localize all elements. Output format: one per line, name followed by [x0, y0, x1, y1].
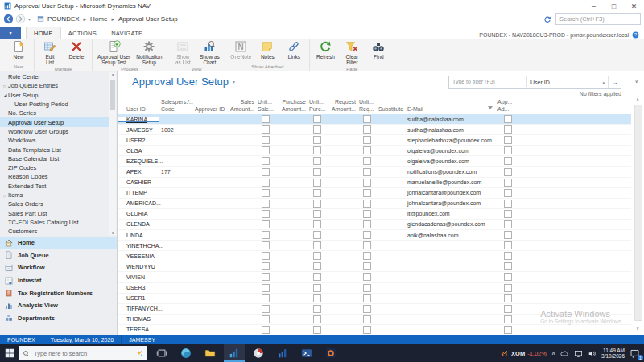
- scroll-down-icon[interactable]: ∨: [109, 230, 116, 235]
- unlimited-request-checkbox[interactable]: [363, 179, 371, 187]
- table-row[interactable]: GLORIAit@poundex.com: [118, 209, 631, 220]
- scroll-up-icon[interactable]: ∧: [633, 97, 642, 101]
- approval-admin-checkbox[interactable]: [504, 252, 512, 260]
- unlimited-sales-checkbox[interactable]: [262, 241, 270, 249]
- find-button[interactable]: Find: [365, 39, 391, 60]
- table-row[interactable]: EZEQUIELS...olgaleiva@poundex.com: [118, 156, 631, 167]
- taskbar-app-file-explorer[interactable]: [200, 344, 221, 362]
- unlimited-purchase-checkbox[interactable]: [313, 305, 321, 313]
- unlimited-sales-checkbox[interactable]: [262, 294, 270, 302]
- unlimited-request-checkbox[interactable]: [363, 136, 371, 144]
- approval-admin-checkbox[interactable]: [504, 136, 512, 144]
- unlimited-request-checkbox[interactable]: [363, 294, 371, 302]
- unlimited-purchase-checkbox[interactable]: [313, 220, 321, 228]
- taskbar-search-input[interactable]: [32, 349, 134, 358]
- table-row[interactable]: USER3: [118, 283, 631, 294]
- column-header-user-id[interactable]: User ID: [118, 106, 159, 115]
- user-id-text[interactable]: KARINA: [126, 117, 147, 122]
- collapse-pane-icon[interactable]: ∨: [635, 78, 638, 84]
- unlimited-purchase-checkbox[interactable]: [313, 231, 321, 239]
- notes-button[interactable]: Notes: [254, 39, 280, 60]
- clear-filter-button[interactable]: Clear Filter: [339, 39, 365, 66]
- unlimited-sales-checkbox[interactable]: [262, 157, 270, 165]
- column-header-e-mail[interactable]: E-Mail: [406, 106, 486, 115]
- breadcrumb-company[interactable]: POUNDEX: [47, 15, 80, 23]
- unlimited-purchase-checkbox[interactable]: [313, 241, 321, 249]
- notification-setup-button[interactable]: Notification Setup: [134, 39, 164, 66]
- user-id-text[interactable]: JAMESSY: [126, 127, 153, 133]
- sidebar-item-job-queue-entries[interactable]: ▷Job Queue Entries: [0, 81, 109, 90]
- tree-expander-icon[interactable]: ▷: [2, 84, 8, 88]
- user-id-text[interactable]: ITTEMP: [126, 190, 147, 195]
- column-header-sort[interactable]: [486, 106, 496, 114]
- approval-admin-checkbox[interactable]: [504, 305, 512, 313]
- back-button-icon[interactable]: [3, 14, 14, 24]
- unlimited-request-checkbox[interactable]: [363, 273, 371, 281]
- edit-list-button[interactable]: Edit List: [37, 39, 63, 66]
- column-header-unlimited-request[interactable]: Unli...Req...: [357, 99, 377, 114]
- unlimited-request-checkbox[interactable]: [363, 115, 371, 123]
- unlimited-request-checkbox[interactable]: [363, 168, 371, 176]
- unlimited-sales-checkbox[interactable]: [262, 168, 270, 176]
- taskbar-app-app-chart[interactable]: [272, 344, 293, 362]
- tab-home[interactable]: HOME: [26, 27, 61, 39]
- unlimited-purchase-checkbox[interactable]: [313, 262, 321, 270]
- user-id-text[interactable]: LINDA: [126, 232, 143, 238]
- unlimited-sales-checkbox[interactable]: [262, 179, 270, 187]
- column-header-purchase-amount[interactable]: PurchaseAmount...: [275, 99, 308, 114]
- table-row[interactable]: TERESA: [118, 325, 631, 335]
- close-button[interactable]: ✕: [624, 0, 644, 12]
- delete-button[interactable]: Delete: [64, 39, 89, 60]
- taskbar-search[interactable]: [19, 346, 147, 360]
- approval-admin-checkbox[interactable]: [504, 168, 512, 176]
- unlimited-sales-checkbox[interactable]: [262, 220, 270, 228]
- unlimited-request-checkbox[interactable]: [363, 200, 371, 208]
- sidebar-item-data-templates-list[interactable]: Data Templates List: [0, 145, 109, 154]
- table-row[interactable]: WENDYYU: [118, 261, 631, 272]
- application-menu-button[interactable]: ▾: [0, 27, 21, 39]
- breadcrumb-home[interactable]: Home: [90, 15, 107, 23]
- unlimited-purchase-checkbox[interactable]: [313, 115, 321, 123]
- breadcrumb-page[interactable]: Approval User Setup: [118, 15, 178, 23]
- minimize-button[interactable]: –: [584, 0, 604, 12]
- unlimited-purchase-checkbox[interactable]: [313, 146, 321, 154]
- unlimited-purchase-checkbox[interactable]: [313, 284, 321, 292]
- nav-pane-home[interactable]: Home: [0, 237, 117, 249]
- table-row[interactable]: USER1: [118, 294, 631, 304]
- refresh-page-icon[interactable]: [543, 15, 551, 23]
- table-row[interactable]: AMERICAD...johnalcantara@poundex.com: [118, 199, 631, 209]
- filter-input[interactable]: [449, 76, 527, 87]
- tab-actions[interactable]: ACTIONS: [61, 27, 104, 39]
- approval-admin-checkbox[interactable]: [504, 315, 512, 323]
- approval-admin-checkbox[interactable]: [504, 179, 512, 187]
- user-id-text[interactable]: GLENDA: [126, 221, 150, 227]
- table-scrollbar-thumb[interactable]: [634, 105, 642, 321]
- table-row[interactable]: GLENDAglendacadenas@poundex.com: [118, 220, 631, 230]
- status-user[interactable]: JAMESSY: [122, 335, 163, 344]
- onedrive-icon[interactable]: [560, 349, 569, 358]
- notification-center-button[interactable]: 1: [630, 348, 641, 359]
- unlimited-request-checkbox[interactable]: [363, 189, 371, 197]
- sidebar-item-customers[interactable]: Customers: [0, 227, 109, 235]
- unlimited-purchase-checkbox[interactable]: [313, 273, 321, 281]
- volume-icon[interactable]: [588, 349, 597, 358]
- unlimited-purchase-checkbox[interactable]: [313, 210, 321, 218]
- user-id-text[interactable]: CASHIER: [126, 179, 151, 185]
- unlimited-purchase-checkbox[interactable]: [313, 315, 321, 323]
- user-id-text[interactable]: YESSENIA: [126, 253, 155, 259]
- status-company[interactable]: POUNDEX: [0, 335, 43, 344]
- column-header-substitute[interactable]: Substitute: [377, 106, 406, 115]
- unlimited-sales-checkbox[interactable]: [262, 189, 270, 197]
- table-row[interactable]: TIFFANYCH...: [118, 304, 631, 315]
- tab-navigate[interactable]: NAVIGATE: [104, 27, 150, 39]
- sidebar-item-sales-orders[interactable]: Sales Orders: [0, 200, 109, 208]
- unlimited-sales-checkbox[interactable]: [262, 136, 270, 144]
- unlimited-sales-checkbox[interactable]: [262, 315, 270, 323]
- taskbar-app-powershell[interactable]: [296, 344, 317, 362]
- unlimited-purchase-checkbox[interactable]: [313, 168, 321, 176]
- approval-admin-checkbox[interactable]: [504, 200, 512, 208]
- table-row[interactable]: USER2stephaniebarboza@poundex.com: [118, 135, 631, 146]
- user-id-text[interactable]: VIVIEN: [126, 274, 145, 280]
- table-row[interactable]: JAMESSY1002sudha@nalashaa.com: [118, 125, 631, 135]
- sidebar-item-role-center[interactable]: Role Center: [0, 72, 109, 81]
